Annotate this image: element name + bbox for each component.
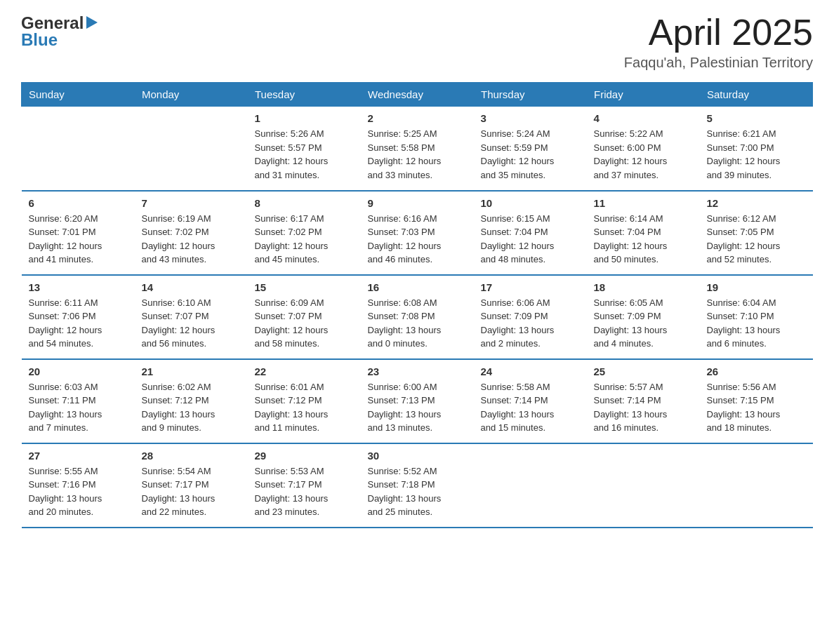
day-info: Sunrise: 6:06 AM Sunset: 7:09 PM Dayligh… [481,297,555,349]
day-number: 4 [594,112,693,124]
day-number: 27 [29,450,128,462]
header-cell-tuesday: Tuesday [248,83,361,107]
day-number: 13 [29,281,128,293]
header-cell-friday: Friday [587,83,700,107]
calendar-table: SundayMondayTuesdayWednesdayThursdayFrid… [21,82,813,528]
day-number: 26 [707,365,806,377]
day-number: 21 [142,365,241,377]
day-info: Sunrise: 5:56 AM Sunset: 7:15 PM Dayligh… [707,382,781,434]
header-cell-thursday: Thursday [474,83,587,107]
logo: General Blue [21,14,100,50]
day-number: 6 [29,197,128,209]
day-info: Sunrise: 6:14 AM Sunset: 7:04 PM Dayligh… [594,213,668,265]
day-info: Sunrise: 6:02 AM Sunset: 7:12 PM Dayligh… [142,382,216,434]
day-number: 24 [481,365,580,377]
month-title: April 2025 [624,14,813,51]
day-info: Sunrise: 6:21 AM Sunset: 7:00 PM Dayligh… [707,128,781,180]
day-cell: 18Sunrise: 6:05 AM Sunset: 7:09 PM Dayli… [587,275,700,359]
day-number: 30 [368,450,467,462]
day-number: 29 [255,450,354,462]
day-info: Sunrise: 5:26 AM Sunset: 5:57 PM Dayligh… [255,128,329,180]
day-cell: 22Sunrise: 6:01 AM Sunset: 7:12 PM Dayli… [248,359,361,443]
day-info: Sunrise: 6:20 AM Sunset: 7:01 PM Dayligh… [29,213,102,265]
day-info: Sunrise: 6:12 AM Sunset: 7:05 PM Dayligh… [707,213,781,265]
day-cell: 17Sunrise: 6:06 AM Sunset: 7:09 PM Dayli… [474,275,587,359]
day-cell: 15Sunrise: 6:09 AM Sunset: 7:07 PM Dayli… [248,275,361,359]
day-info: Sunrise: 6:01 AM Sunset: 7:12 PM Dayligh… [255,382,329,434]
calendar-body: 1Sunrise: 5:26 AM Sunset: 5:57 PM Daylig… [22,107,813,528]
svg-marker-0 [86,16,98,29]
week-row-3: 13Sunrise: 6:11 AM Sunset: 7:06 PM Dayli… [22,275,813,359]
day-info: Sunrise: 6:04 AM Sunset: 7:10 PM Dayligh… [707,297,781,349]
day-number: 11 [594,197,693,209]
day-info: Sunrise: 6:11 AM Sunset: 7:06 PM Dayligh… [29,297,102,349]
day-cell [22,107,135,191]
day-cell: 8Sunrise: 6:17 AM Sunset: 7:02 PM Daylig… [248,191,361,275]
day-number: 14 [142,281,241,293]
day-cell: 12Sunrise: 6:12 AM Sunset: 7:05 PM Dayli… [700,191,813,275]
day-cell: 24Sunrise: 5:58 AM Sunset: 7:14 PM Dayli… [474,359,587,443]
day-cell: 5Sunrise: 6:21 AM Sunset: 7:00 PM Daylig… [700,107,813,191]
day-cell: 19Sunrise: 6:04 AM Sunset: 7:10 PM Dayli… [700,275,813,359]
day-info: Sunrise: 6:03 AM Sunset: 7:11 PM Dayligh… [29,382,102,434]
day-cell: 30Sunrise: 5:52 AM Sunset: 7:18 PM Dayli… [361,443,474,528]
day-cell [135,107,248,191]
day-cell: 20Sunrise: 6:03 AM Sunset: 7:11 PM Dayli… [22,359,135,443]
day-info: Sunrise: 5:55 AM Sunset: 7:16 PM Dayligh… [29,466,102,518]
day-number: 28 [142,450,241,462]
header-cell-saturday: Saturday [700,83,813,107]
day-number: 5 [707,112,806,124]
day-cell: 28Sunrise: 5:54 AM Sunset: 7:17 PM Dayli… [135,443,248,528]
day-cell: 10Sunrise: 6:15 AM Sunset: 7:04 PM Dayli… [474,191,587,275]
week-row-2: 6Sunrise: 6:20 AM Sunset: 7:01 PM Daylig… [22,191,813,275]
day-cell: 27Sunrise: 5:55 AM Sunset: 7:16 PM Dayli… [22,443,135,528]
header-row: SundayMondayTuesdayWednesdayThursdayFrid… [22,83,813,107]
day-number: 15 [255,281,354,293]
day-cell: 13Sunrise: 6:11 AM Sunset: 7:06 PM Dayli… [22,275,135,359]
week-row-1: 1Sunrise: 5:26 AM Sunset: 5:57 PM Daylig… [22,107,813,191]
day-number: 25 [594,365,693,377]
day-info: Sunrise: 6:08 AM Sunset: 7:08 PM Dayligh… [368,297,442,349]
day-cell: 23Sunrise: 6:00 AM Sunset: 7:13 PM Dayli… [361,359,474,443]
day-info: Sunrise: 5:53 AM Sunset: 7:17 PM Dayligh… [255,466,329,518]
day-number: 16 [368,281,467,293]
location-title: Faqqu'ah, Palestinian Territory [624,55,813,71]
day-number: 18 [594,281,693,293]
day-cell: 7Sunrise: 6:19 AM Sunset: 7:02 PM Daylig… [135,191,248,275]
day-info: Sunrise: 5:24 AM Sunset: 5:59 PM Dayligh… [481,128,555,180]
day-info: Sunrise: 6:17 AM Sunset: 7:02 PM Dayligh… [255,213,329,265]
day-info: Sunrise: 6:09 AM Sunset: 7:07 PM Dayligh… [255,297,329,349]
day-number: 7 [142,197,241,209]
logo-blue: Blue [21,31,100,49]
day-info: Sunrise: 6:05 AM Sunset: 7:09 PM Dayligh… [594,297,668,349]
day-cell [587,443,700,528]
day-number: 9 [368,197,467,209]
day-info: Sunrise: 6:15 AM Sunset: 7:04 PM Dayligh… [481,213,555,265]
title-area: April 2025 Faqqu'ah, Palestinian Territo… [624,14,813,71]
day-cell: 4Sunrise: 5:22 AM Sunset: 6:00 PM Daylig… [587,107,700,191]
day-info: Sunrise: 6:19 AM Sunset: 7:02 PM Dayligh… [142,213,216,265]
day-info: Sunrise: 6:00 AM Sunset: 7:13 PM Dayligh… [368,382,442,434]
day-cell: 11Sunrise: 6:14 AM Sunset: 7:04 PM Dayli… [587,191,700,275]
day-info: Sunrise: 5:25 AM Sunset: 5:58 PM Dayligh… [368,128,442,180]
day-cell: 26Sunrise: 5:56 AM Sunset: 7:15 PM Dayli… [700,359,813,443]
day-cell: 2Sunrise: 5:25 AM Sunset: 5:58 PM Daylig… [361,107,474,191]
day-cell: 3Sunrise: 5:24 AM Sunset: 5:59 PM Daylig… [474,107,587,191]
day-number: 3 [481,112,580,124]
header-cell-sunday: Sunday [22,83,135,107]
day-number: 17 [481,281,580,293]
day-number: 22 [255,365,354,377]
day-cell: 25Sunrise: 5:57 AM Sunset: 7:14 PM Dayli… [587,359,700,443]
day-info: Sunrise: 6:10 AM Sunset: 7:07 PM Dayligh… [142,297,216,349]
day-number: 12 [707,197,806,209]
day-number: 19 [707,281,806,293]
day-cell [474,443,587,528]
day-info: Sunrise: 5:58 AM Sunset: 7:14 PM Dayligh… [481,382,555,434]
day-cell: 21Sunrise: 6:02 AM Sunset: 7:12 PM Dayli… [135,359,248,443]
day-number: 2 [368,112,467,124]
day-cell: 1Sunrise: 5:26 AM Sunset: 5:57 PM Daylig… [248,107,361,191]
day-number: 23 [368,365,467,377]
day-info: Sunrise: 6:16 AM Sunset: 7:03 PM Dayligh… [368,213,442,265]
week-row-5: 27Sunrise: 5:55 AM Sunset: 7:16 PM Dayli… [22,443,813,528]
day-number: 20 [29,365,128,377]
